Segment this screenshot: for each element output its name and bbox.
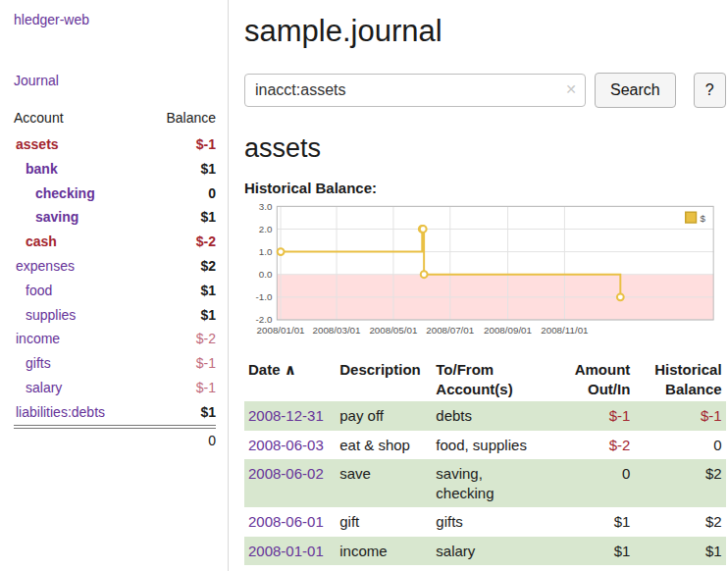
svg-text:3.0: 3.0 xyxy=(259,201,273,212)
data-point xyxy=(421,271,428,278)
sidebar-account-link-cash[interactable]: cash xyxy=(26,234,57,249)
svg-text:2008/03/01: 2008/03/01 xyxy=(313,325,361,336)
transaction-date-link[interactable]: 2008-06-02 xyxy=(248,465,324,482)
account-balance: $-2 xyxy=(144,327,216,351)
page-title: sample.journal xyxy=(244,14,726,49)
register-table: Date ∧DescriptionTo/FromAccount(s)Amount… xyxy=(244,357,726,565)
search-box: ✕ xyxy=(244,74,586,107)
transaction-accounts: gifts xyxy=(432,507,561,537)
transaction-amount: $-2 xyxy=(562,431,635,460)
sidebar-account-link-gifts[interactable]: gifts xyxy=(26,355,51,371)
svg-text:1.0: 1.0 xyxy=(259,246,273,257)
register-row: 2008-12-31pay offdebts$-1$-1 xyxy=(244,401,726,431)
transaction-description: pay off xyxy=(336,401,432,431)
sidebar-account-link-expenses[interactable]: expenses xyxy=(16,258,75,274)
sidebar-account-link-saving[interactable]: saving xyxy=(35,209,78,225)
svg-text:-1.0: -1.0 xyxy=(256,291,273,302)
sidebar-account-link-food[interactable]: food xyxy=(26,283,52,298)
svg-text:2008/01/01: 2008/01/01 xyxy=(257,325,305,336)
account-balance: $1 xyxy=(144,205,216,230)
transaction-amount: $1 xyxy=(562,507,635,537)
balance-chart: 3.02.01.00.0-1.0-2.02008/01/012008/03/01… xyxy=(244,200,726,345)
transaction-description: gift xyxy=(336,507,432,537)
account-row: liabilities:debts$1 xyxy=(14,400,216,427)
svg-text:0.0: 0.0 xyxy=(259,269,273,280)
transaction-amount: $1 xyxy=(562,537,635,566)
transaction-accounts: saving,checking xyxy=(432,459,561,507)
register-header-description: Description xyxy=(336,357,432,401)
accounts-table: Account Balance assets$-1bank$1checking0… xyxy=(14,108,216,452)
app-window: hledger-web Journal Account Balance asse… xyxy=(0,0,728,571)
account-balance: $1 xyxy=(144,279,216,303)
register-row: 2008-06-01giftgifts$1$2 xyxy=(244,507,726,537)
accounts-total-spacer xyxy=(14,427,144,453)
svg-text:2.0: 2.0 xyxy=(259,224,273,234)
accounts-total-row: 0 xyxy=(14,427,216,453)
account-row: cash$-2 xyxy=(14,230,216,254)
sidebar-account-link-liabilities-debts[interactable]: liabilities:debts xyxy=(16,404,105,420)
account-balance: $-1 xyxy=(144,351,216,376)
transaction-accounts: food, supplies xyxy=(432,431,561,460)
data-point xyxy=(617,293,624,300)
transaction-description: income xyxy=(336,537,432,566)
accounts-total-balance: 0 xyxy=(144,427,216,453)
search-form: ✕ Search ? xyxy=(244,73,726,108)
transaction-date-link[interactable]: 2008-06-01 xyxy=(248,513,324,530)
account-heading: assets xyxy=(244,133,726,164)
sidebar-account-link-income[interactable]: income xyxy=(16,331,60,346)
account-row: gifts$-1 xyxy=(14,351,216,376)
search-input[interactable] xyxy=(244,74,586,107)
help-button[interactable]: ? xyxy=(694,73,726,108)
account-row: salary$-1 xyxy=(14,376,216,400)
sort-ascending-icon: ∧ xyxy=(281,361,296,378)
app-title-link[interactable]: hledger-web xyxy=(14,12,216,27)
register-row: 2008-01-01incomesalary$1$1 xyxy=(244,537,726,566)
transaction-running-balance: $2 xyxy=(634,507,725,537)
transaction-amount: $-1 xyxy=(562,401,635,431)
account-balance: $-1 xyxy=(144,376,216,400)
transaction-running-balance: 0 xyxy=(634,431,725,460)
accounts-header-balance: Balance xyxy=(144,108,216,132)
sidebar-item-journal[interactable]: Journal xyxy=(14,73,216,88)
transaction-accounts: debts xyxy=(432,401,561,431)
svg-text:2008/07/01: 2008/07/01 xyxy=(426,325,474,336)
account-row: assets$-1 xyxy=(14,132,216,157)
chart-legend: $ xyxy=(683,209,709,226)
register-header-row: Date ∧DescriptionTo/FromAccount(s)Amount… xyxy=(244,357,726,401)
sidebar-account-link-supplies[interactable]: supplies xyxy=(26,307,76,323)
account-row: bank$1 xyxy=(14,157,216,182)
transaction-date-link[interactable]: 2008-01-01 xyxy=(248,543,324,559)
register-header-date[interactable]: Date ∧ xyxy=(244,357,336,401)
register-rows: 2008-12-31pay offdebts$-1$-12008-06-03ea… xyxy=(244,401,726,565)
transaction-date-link[interactable]: 2008-12-31 xyxy=(248,407,324,424)
data-point xyxy=(420,226,427,233)
sidebar-account-link-salary[interactable]: salary xyxy=(26,380,62,395)
account-row: expenses$2 xyxy=(14,254,216,279)
data-point xyxy=(278,248,285,255)
account-balance: 0 xyxy=(144,182,216,206)
sidebar-account-link-bank[interactable]: bank xyxy=(26,161,58,177)
search-button[interactable]: Search xyxy=(595,73,676,108)
transaction-date-link[interactable]: 2008-06-03 xyxy=(248,437,324,453)
transaction-accounts: salary xyxy=(432,537,561,566)
sidebar-account-link-assets[interactable]: assets xyxy=(16,136,59,152)
accounts-header-account: Account xyxy=(14,108,144,132)
transaction-amount: 0 xyxy=(562,459,635,507)
account-balance: $-1 xyxy=(144,132,216,157)
account-balance: $2 xyxy=(144,254,216,279)
account-row: income$-2 xyxy=(14,327,216,351)
accounts-header-row: Account Balance xyxy=(14,108,216,132)
sidebar-account-link-checking[interactable]: checking xyxy=(35,185,95,201)
main-content: sample.journal ✕ Search ? assets Histori… xyxy=(229,0,728,571)
account-row: food$1 xyxy=(14,279,216,303)
balance-chart-svg: 3.02.01.00.0-1.0-2.02008/01/012008/03/01… xyxy=(244,200,721,341)
register-row: 2008-06-03eat & shopfood, supplies$-20 xyxy=(244,431,726,460)
account-row: checking0 xyxy=(14,182,216,206)
svg-text:$: $ xyxy=(700,213,705,224)
account-balance: $1 xyxy=(144,303,216,328)
transaction-description: eat & shop xyxy=(336,431,432,460)
transaction-running-balance: $-1 xyxy=(634,401,725,431)
account-balance: $-2 xyxy=(144,230,216,254)
clear-search-icon[interactable]: ✕ xyxy=(565,82,577,96)
register-header-amount-out-in: AmountOut/In xyxy=(562,357,635,401)
